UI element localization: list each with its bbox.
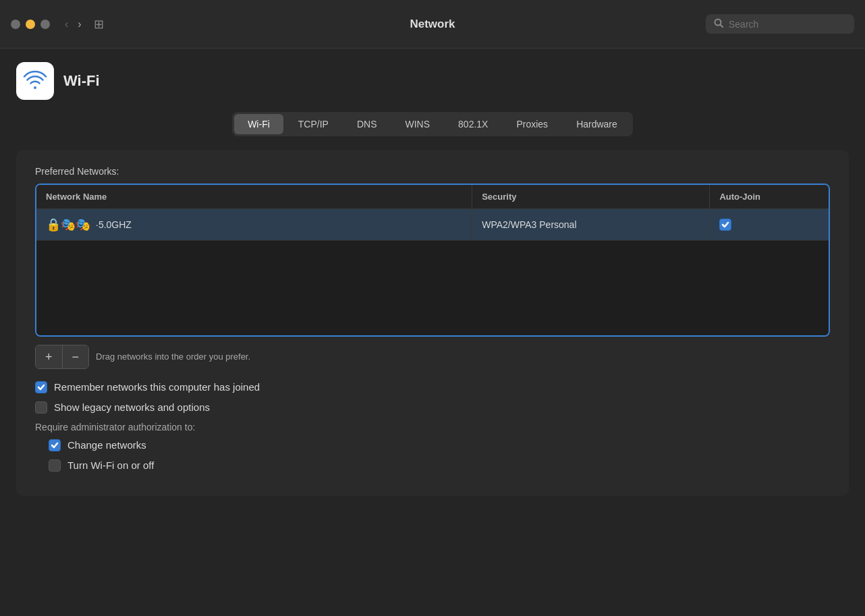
wifi-icon (23, 69, 47, 93)
close-button[interactable] (11, 20, 20, 29)
tabs: Wi-Fi TCP/IP DNS WINS 802.1X Proxies Har… (232, 112, 633, 136)
show-legacy-row[interactable]: Show legacy networks and options (35, 401, 830, 414)
tab-hardware[interactable]: Hardware (563, 114, 631, 134)
search-icon (714, 18, 723, 30)
wifi-header: Wi-Fi (16, 62, 849, 100)
autojoin-checkbox[interactable] (719, 219, 731, 231)
back-arrow[interactable]: ‹ (62, 16, 71, 33)
col-header-network-name: Network Name (36, 185, 472, 209)
svg-line-1 (721, 25, 723, 28)
search-input[interactable] (729, 19, 846, 30)
add-remove-row: + − Drag networks into the order you pre… (35, 345, 830, 369)
tab-proxies[interactable]: Proxies (503, 114, 561, 134)
show-legacy-label: Show legacy networks and options (54, 401, 210, 413)
tab-tcpip[interactable]: TCP/IP (285, 114, 342, 134)
add-network-button[interactable]: + (36, 345, 63, 368)
table-row[interactable]: 🔒🎭🎭 ·5.0GHZ WPA2/WPA3 Personal (36, 209, 829, 241)
window-controls (11, 20, 50, 29)
main-content: Wi-Fi Wi-Fi TCP/IP DNS WINS 802.1X Proxi… (0, 49, 865, 616)
maximize-button[interactable] (40, 20, 50, 29)
empty-cell (36, 241, 829, 335)
settings-panel: Preferred Networks: Network Name Securit… (16, 150, 849, 496)
tab-wins[interactable]: WINS (392, 114, 444, 134)
col-header-security: Security (472, 185, 710, 209)
turn-wifi-row[interactable]: Turn Wi-Fi on or off (35, 459, 830, 472)
search-bar[interactable] (706, 14, 854, 34)
network-name-cell: 🔒🎭🎭 ·5.0GHZ (36, 209, 472, 241)
wifi-title: Wi-Fi (63, 72, 100, 90)
preferred-networks-label: Preferred Networks: (35, 166, 830, 177)
change-networks-checkbox[interactable] (49, 439, 61, 451)
col-header-autojoin: Auto-Join (710, 185, 829, 209)
turn-wifi-label: Turn Wi-Fi on or off (67, 459, 154, 471)
change-networks-label: Change networks (67, 439, 146, 451)
network-security: WPA2/WPA3 Personal (472, 209, 710, 241)
tab-wifi[interactable]: Wi-Fi (234, 114, 283, 134)
add-remove-buttons: + − (35, 345, 89, 369)
remove-network-button[interactable]: − (63, 345, 89, 368)
checkmark-icon (37, 383, 45, 391)
apps-grid-icon[interactable]: ⊞ (94, 17, 104, 32)
network-autojoin-cell (710, 209, 829, 241)
change-networks-row[interactable]: Change networks (35, 439, 830, 451)
network-table-wrapper: Network Name Security Auto-Join 🔒🎭🎭 ·5.0… (35, 184, 830, 337)
network-name: ·5.0GHZ (96, 219, 132, 230)
turn-wifi-checkbox[interactable] (49, 459, 61, 472)
empty-row (36, 241, 829, 335)
checkmark-icon (721, 221, 729, 229)
require-admin-label: Require administrator authorization to: (35, 422, 830, 432)
page-title: Network (410, 18, 455, 31)
show-legacy-checkbox[interactable] (35, 401, 47, 414)
network-wifi-icon: 🔒🎭🎭 (46, 217, 90, 232)
title-bar: ‹ › ⊞ Network (0, 0, 865, 49)
tab-8021x[interactable]: 802.1X (445, 114, 501, 134)
tab-dns[interactable]: DNS (343, 114, 391, 134)
tabs-container: Wi-Fi TCP/IP DNS WINS 802.1X Proxies Har… (16, 112, 849, 136)
network-table: Network Name Security Auto-Join 🔒🎭🎭 ·5.0… (36, 185, 829, 335)
drag-hint: Drag networks into the order you prefer. (96, 352, 250, 362)
wifi-icon-box (16, 62, 54, 100)
nav-arrows: ‹ › (62, 16, 84, 33)
remember-networks-label: Remember networks this computer has join… (54, 381, 260, 393)
checkmark-icon (51, 441, 59, 449)
forward-arrow[interactable]: › (75, 16, 84, 33)
remember-networks-row[interactable]: Remember networks this computer has join… (35, 381, 830, 393)
remember-networks-checkbox[interactable] (35, 381, 47, 393)
minimize-button[interactable] (26, 20, 35, 29)
